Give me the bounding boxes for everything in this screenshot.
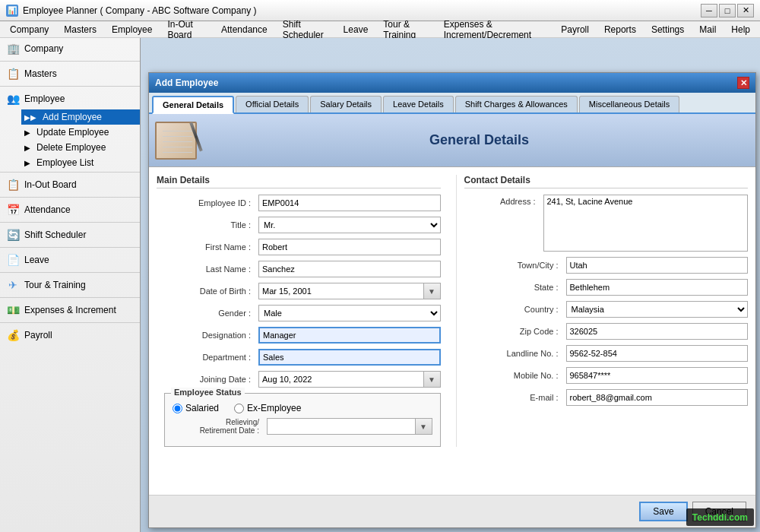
watermark-suffix: ddi.com xyxy=(713,512,748,523)
sidebar-label-inout: In-Out Board xyxy=(24,179,77,190)
town-label: Town/City : xyxy=(464,261,563,270)
menu-settings[interactable]: Settings xyxy=(644,22,691,37)
designation-input[interactable] xyxy=(258,327,441,344)
joining-date-calendar-button[interactable]: ▼ xyxy=(424,371,441,388)
email-input[interactable] xyxy=(566,389,749,406)
modal-close-button[interactable]: ✕ xyxy=(737,77,749,89)
landline-input[interactable] xyxy=(566,345,749,362)
employee-id-input[interactable] xyxy=(258,195,441,211)
menu-payroll[interactable]: Payroll xyxy=(554,22,596,37)
sidebar-item-leave[interactable]: 📄 Leave xyxy=(0,249,140,271)
sidebar-item-masters[interactable]: 📋 Masters xyxy=(0,63,140,84)
town-row: Town/City : xyxy=(464,257,749,274)
sidebar-item-payroll[interactable]: 💰 Payroll xyxy=(0,325,140,346)
tab-misc[interactable]: Miscellaneous Details xyxy=(579,96,679,112)
form-title: General Details xyxy=(209,132,749,148)
joining-date-row: Joining Date : ▼ xyxy=(157,371,441,388)
mobile-input[interactable] xyxy=(566,367,749,384)
state-label: State : xyxy=(464,283,563,292)
save-button[interactable]: Save xyxy=(639,502,687,521)
tab-shift[interactable]: Shift Charges & Allowances xyxy=(455,96,578,112)
sidebar-item-shift[interactable]: 🔄 Shift Scheduler xyxy=(0,224,140,245)
employee-id-label: Employee ID : xyxy=(157,198,255,207)
relieving-date-calendar-button[interactable]: ▼ xyxy=(416,418,432,435)
minimize-button[interactable]: ─ xyxy=(701,4,717,17)
designation-label: Designation : xyxy=(157,331,255,340)
ex-employee-radio[interactable] xyxy=(234,404,244,413)
department-input[interactable] xyxy=(258,349,441,366)
sidebar-item-delete-employee[interactable]: ▶ Delete Employee xyxy=(21,140,140,155)
menu-company[interactable]: Company xyxy=(3,22,55,37)
sidebar-item-attendance[interactable]: 📅 Attendance xyxy=(0,199,140,220)
gender-select[interactable]: Male Female xyxy=(258,305,441,321)
sidebar-item-update-employee[interactable]: ▶ Update Employee xyxy=(21,125,140,140)
state-input[interactable] xyxy=(566,279,749,296)
mobile-label: Mobile No. : xyxy=(464,371,563,380)
zip-row: Zip Code : xyxy=(464,323,749,340)
landline-label: Landline No. : xyxy=(464,349,563,358)
address-label: Address : xyxy=(464,195,540,206)
menu-mail[interactable]: Mail xyxy=(692,22,723,37)
sidebar-label-employee: Employee xyxy=(24,93,65,104)
menu-reports[interactable]: Reports xyxy=(597,22,643,37)
gender-row: Gender : Male Female xyxy=(157,305,441,321)
ex-employee-option[interactable]: Ex-Employee xyxy=(234,403,301,413)
title-select[interactable]: Mr. Mrs. Ms. Dr. xyxy=(258,217,441,233)
menu-employee[interactable]: Employee xyxy=(105,22,159,37)
sidebar-item-tour[interactable]: ✈ Tour & Training xyxy=(0,274,140,296)
dob-calendar-button[interactable]: ▼ xyxy=(424,283,441,299)
country-row: Country : Malaysia United States United … xyxy=(464,301,749,318)
address-row: Address : 241, St, Lacine Avenue xyxy=(464,195,749,252)
sidebar-item-add-employee[interactable]: ▶▶ Add Employee xyxy=(21,109,140,125)
mobile-row: Mobile No. : xyxy=(464,367,749,384)
employee-icon: 👥 xyxy=(6,92,20,106)
menu-masters[interactable]: Masters xyxy=(57,22,103,37)
zip-input[interactable] xyxy=(566,323,749,340)
relieving-date-label: Relieving/Retirement Date : xyxy=(173,418,264,435)
relieving-date-row: Relieving/Retirement Date : ▼ xyxy=(173,418,432,435)
arrow-icon: ▶▶ xyxy=(24,113,36,122)
salaried-option[interactable]: Salaried xyxy=(173,403,219,413)
sidebar-item-company[interactable]: 🏢 Company xyxy=(0,38,140,59)
app-close-button[interactable]: ✕ xyxy=(737,4,754,17)
dob-row: Date of Birth : ▼ xyxy=(157,283,441,299)
dob-label: Date of Birth : xyxy=(157,287,255,296)
address-input[interactable]: 241, St, Lacine Avenue xyxy=(543,195,749,252)
sidebar-item-employee[interactable]: 👥 Employee xyxy=(0,88,140,109)
status-box-title: Employee Status xyxy=(171,388,245,397)
firstname-input[interactable] xyxy=(258,239,441,255)
state-row: State : xyxy=(464,279,749,296)
maximize-button[interactable]: □ xyxy=(719,4,736,17)
sidebar: 🏢 Company 📋 Masters 👥 Employee ▶▶ Add Em… xyxy=(0,38,141,532)
country-select[interactable]: Malaysia United States United Kingdom In… xyxy=(566,301,749,318)
tab-official[interactable]: Official Details xyxy=(236,96,309,112)
salaried-radio[interactable] xyxy=(173,404,182,413)
sidebar-item-inout[interactable]: 📋 In-Out Board xyxy=(0,174,140,195)
tab-salary[interactable]: Salary Details xyxy=(310,96,382,112)
sidebar-item-expenses[interactable]: 💵 Expenses & Increment xyxy=(0,299,140,321)
sidebar-item-employee-list[interactable]: ▶ Employee List xyxy=(21,155,140,170)
menu-help[interactable]: Help xyxy=(724,22,757,37)
tab-leave[interactable]: Leave Details xyxy=(383,96,454,112)
arrow-icon3: ▶ xyxy=(24,144,30,152)
dob-input[interactable] xyxy=(258,283,424,299)
main-details-title: Main Details xyxy=(157,175,441,188)
modal-title: Add Employee xyxy=(155,78,218,88)
menu-attendance[interactable]: Attendance xyxy=(214,22,274,37)
town-input[interactable] xyxy=(566,257,749,274)
watermark: Techddi.com xyxy=(686,508,754,526)
attendance-icon: 📅 xyxy=(6,203,20,217)
menu-leave[interactable]: Leave xyxy=(337,22,375,37)
lastname-input[interactable] xyxy=(258,261,441,277)
tab-general[interactable]: General Details xyxy=(152,96,234,114)
landline-row: Landline No. : xyxy=(464,345,749,362)
app-icon: 📊 xyxy=(6,5,18,17)
title-label: Title : xyxy=(157,220,255,230)
inout-icon: 📋 xyxy=(6,178,20,192)
joining-date-input[interactable] xyxy=(258,371,424,388)
company-icon: 🏢 xyxy=(6,42,20,55)
sidebar-label-company: Company xyxy=(24,43,63,54)
arrow-icon4: ▶ xyxy=(24,159,30,167)
joining-date-label: Joining Date : xyxy=(157,375,255,384)
relieving-date-input[interactable] xyxy=(267,418,416,435)
